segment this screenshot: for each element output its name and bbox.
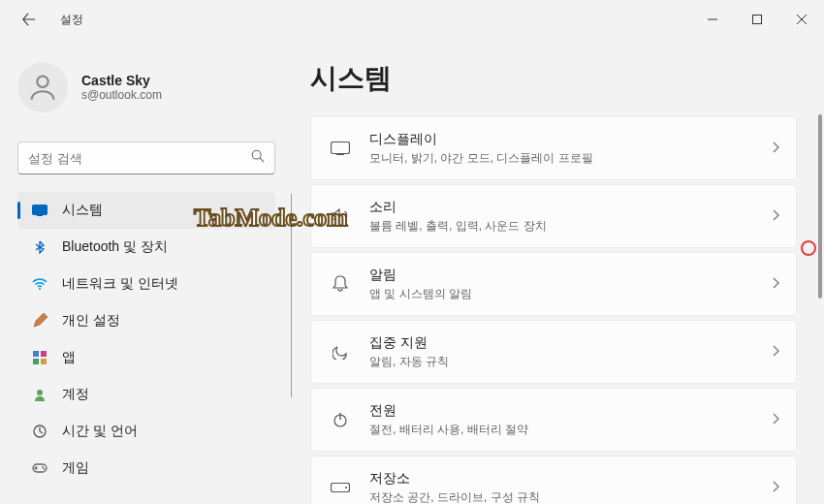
svg-point-7 bbox=[39, 288, 41, 290]
card-title: 집중 지원 bbox=[369, 334, 773, 352]
sidebar-item-bluetooth[interactable]: Bluetooth 및 장치 bbox=[17, 229, 275, 266]
setting-card-sound[interactable]: 소리 볼륨 레벨, 출력, 입력, 사운드 장치 bbox=[310, 184, 797, 248]
apps-icon bbox=[31, 349, 48, 366]
bluetooth-icon bbox=[31, 238, 48, 256]
notifications-icon bbox=[329, 275, 352, 293]
display-icon bbox=[329, 142, 352, 155]
svg-point-22 bbox=[345, 487, 347, 488]
sidebar-item-label: 앱 bbox=[62, 349, 76, 366]
focus-icon bbox=[329, 344, 352, 360]
search-input[interactable] bbox=[28, 151, 251, 166]
svg-rect-5 bbox=[33, 205, 48, 215]
sidebar-item-personalization[interactable]: 개인 설정 bbox=[17, 302, 275, 339]
card-text: 소리 볼륨 레벨, 출력, 입력, 사운드 장치 bbox=[369, 199, 773, 235]
main-content: 시스템 디스플레이 모니터, 밝기, 야간 모드, 디스플레이 프로필 소리 볼… bbox=[291, 39, 824, 504]
sidebar: Castle Sky s@outlook.com 시스템 Bluetooth 및… bbox=[0, 39, 291, 504]
search-box[interactable] bbox=[17, 142, 275, 174]
sidebar-item-label: 시스템 bbox=[62, 202, 103, 219]
chevron-right-icon bbox=[773, 479, 780, 496]
svg-line-4 bbox=[260, 158, 264, 162]
search-icon bbox=[251, 149, 265, 167]
card-desc: 앱 및 시스템의 알림 bbox=[369, 286, 773, 302]
titlebar: 설정 bbox=[0, 0, 824, 39]
card-desc: 알림, 자동 규칙 bbox=[369, 354, 773, 370]
avatar bbox=[17, 62, 68, 112]
svg-rect-11 bbox=[41, 359, 47, 364]
annotation-circle bbox=[801, 240, 816, 256]
svg-rect-17 bbox=[332, 142, 350, 154]
card-text: 전원 절전, 배터리 사용, 배터리 절약 bbox=[369, 402, 773, 438]
card-title: 저장소 bbox=[369, 470, 773, 488]
sidebar-item-label: 네트워크 및 인터넷 bbox=[62, 275, 178, 293]
sidebar-item-label: 게임 bbox=[62, 459, 89, 477]
window-title: 설정 bbox=[60, 12, 83, 28]
person-icon bbox=[26, 71, 59, 104]
sidebar-item-label: 개인 설정 bbox=[62, 312, 120, 330]
storage-icon bbox=[329, 483, 352, 492]
close-button[interactable] bbox=[779, 4, 824, 35]
chevron-right-icon bbox=[773, 275, 780, 293]
window-controls bbox=[690, 4, 824, 35]
svg-point-16 bbox=[44, 468, 46, 470]
setting-card-power[interactable]: 전원 절전, 배터리 사용, 배터리 절약 bbox=[310, 388, 797, 452]
sidebar-item-accounts[interactable]: 계정 bbox=[17, 376, 275, 413]
back-button[interactable] bbox=[17, 8, 41, 31]
card-desc: 모니터, 밝기, 야간 모드, 디스플레이 프로필 bbox=[369, 150, 773, 167]
card-text: 알림 앱 및 시스템의 알림 bbox=[369, 267, 773, 302]
profile-section[interactable]: Castle Sky s@outlook.com bbox=[17, 39, 291, 142]
profile-email: s@outlook.com bbox=[81, 88, 162, 102]
card-title: 디스플레이 bbox=[369, 131, 773, 148]
sidebar-item-label: Bluetooth 및 장치 bbox=[62, 238, 168, 256]
setting-card-focus[interactable]: 집중 지원 알림, 자동 규칙 bbox=[310, 320, 797, 384]
svg-point-12 bbox=[37, 390, 43, 395]
sidebar-item-apps[interactable]: 앱 bbox=[17, 339, 275, 376]
chevron-right-icon bbox=[773, 343, 780, 361]
sound-icon bbox=[329, 208, 352, 224]
close-icon bbox=[797, 15, 807, 24]
chevron-right-icon bbox=[773, 411, 780, 428]
card-title: 전원 bbox=[369, 402, 773, 420]
setting-card-storage[interactable]: 저장소 저장소 공간, 드라이브, 구성 규칙 bbox=[310, 456, 797, 504]
sidebar-item-time[interactable]: 시간 및 언어 bbox=[17, 413, 275, 450]
scrollbar[interactable] bbox=[818, 114, 822, 299]
svg-rect-6 bbox=[37, 215, 43, 216]
back-arrow-icon bbox=[22, 13, 36, 26]
card-text: 집중 지원 알림, 자동 규칙 bbox=[369, 334, 773, 370]
setting-card-display[interactable]: 디스플레이 모니터, 밝기, 야간 모드, 디스플레이 프로필 bbox=[310, 116, 797, 180]
card-title: 소리 bbox=[369, 199, 773, 216]
system-icon bbox=[31, 202, 48, 219]
chevron-right-icon bbox=[773, 207, 780, 225]
power-icon bbox=[329, 412, 352, 427]
accounts-icon bbox=[31, 386, 48, 403]
minimize-button[interactable] bbox=[690, 4, 735, 35]
chevron-right-icon bbox=[773, 140, 780, 157]
personalization-icon bbox=[31, 312, 48, 330]
card-desc: 저장소 공간, 드라이브, 구성 규칙 bbox=[369, 489, 773, 505]
svg-point-15 bbox=[42, 466, 44, 468]
svg-rect-10 bbox=[33, 359, 39, 364]
sidebar-item-label: 시간 및 언어 bbox=[62, 423, 138, 440]
gaming-icon bbox=[31, 459, 48, 477]
card-desc: 볼륨 레벨, 출력, 입력, 사운드 장치 bbox=[369, 218, 773, 235]
sidebar-item-gaming[interactable]: 게임 bbox=[17, 450, 275, 487]
minimize-icon bbox=[708, 15, 717, 24]
nav-list: 시스템 Bluetooth 및 장치 네트워크 및 인터넷 개인 설정 앱 계정 bbox=[17, 192, 291, 487]
time-icon bbox=[31, 423, 48, 440]
profile-info: Castle Sky s@outlook.com bbox=[81, 73, 162, 102]
card-title: 알림 bbox=[369, 267, 773, 284]
network-icon bbox=[31, 275, 48, 293]
sidebar-item-network[interactable]: 네트워크 및 인터넷 bbox=[17, 266, 275, 302]
page-title: 시스템 bbox=[310, 39, 797, 116]
sidebar-item-label: 계정 bbox=[62, 386, 89, 403]
sidebar-item-system[interactable]: 시스템 bbox=[17, 192, 275, 229]
svg-point-2 bbox=[37, 77, 48, 87]
svg-point-3 bbox=[252, 150, 261, 159]
maximize-button[interactable] bbox=[735, 4, 779, 35]
profile-name: Castle Sky bbox=[81, 73, 162, 88]
maximize-icon bbox=[752, 15, 762, 24]
setting-card-notifications[interactable]: 알림 앱 및 시스템의 알림 bbox=[310, 252, 797, 316]
svg-rect-8 bbox=[33, 351, 39, 357]
svg-rect-1 bbox=[753, 16, 762, 24]
card-text: 디스플레이 모니터, 밝기, 야간 모드, 디스플레이 프로필 bbox=[369, 131, 773, 167]
divider-line bbox=[291, 194, 292, 397]
